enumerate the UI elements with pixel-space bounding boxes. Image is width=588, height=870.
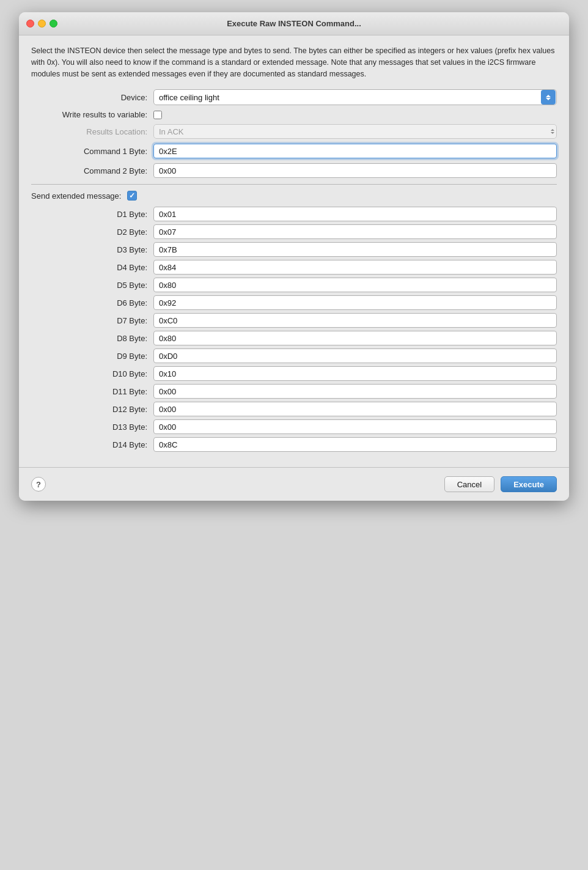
d9-byte-row: D9 Byte: bbox=[31, 348, 557, 363]
d13-byte-label: D13 Byte: bbox=[31, 422, 153, 432]
d8-byte-label: D8 Byte: bbox=[31, 334, 153, 343]
footer-buttons: Cancel Execute bbox=[444, 476, 557, 492]
device-row: Device: bbox=[31, 89, 557, 105]
results-location-label: Results Location: bbox=[31, 127, 153, 136]
d5-byte-row: D5 Byte: bbox=[31, 278, 557, 292]
d9-byte-label: D9 Byte: bbox=[31, 352, 153, 361]
write-results-checkbox[interactable] bbox=[153, 111, 162, 119]
d12-byte-label: D12 Byte: bbox=[31, 405, 153, 414]
d1-byte-input[interactable] bbox=[153, 207, 557, 221]
results-location-input[interactable] bbox=[153, 124, 557, 139]
help-button[interactable]: ? bbox=[31, 477, 46, 492]
main-window: Execute Raw INSTEON Command... Select th… bbox=[19, 12, 569, 501]
d14-byte-input[interactable] bbox=[153, 437, 557, 452]
d13-byte-input[interactable] bbox=[153, 419, 557, 434]
d6-byte-input[interactable] bbox=[153, 295, 557, 310]
titlebar: Execute Raw INSTEON Command... bbox=[19, 12, 569, 35]
description-text: Select the INSTEON device then select th… bbox=[31, 45, 557, 79]
d2-byte-input[interactable] bbox=[153, 224, 557, 239]
footer: ? Cancel Execute bbox=[19, 467, 569, 501]
execute-button[interactable]: Execute bbox=[501, 476, 557, 492]
chevron-up-icon bbox=[546, 95, 551, 97]
extended-label: Send extended message: bbox=[31, 191, 121, 201]
d10-byte-input[interactable] bbox=[153, 366, 557, 381]
send-extended-checkbox[interactable] bbox=[127, 191, 137, 201]
d9-byte-input[interactable] bbox=[153, 348, 557, 363]
write-results-label: Write results to variable: bbox=[31, 110, 153, 119]
d7-byte-input[interactable] bbox=[153, 313, 557, 328]
extended-section: Send extended message: D1 Byte:D2 Byte:D… bbox=[31, 191, 557, 452]
d5-byte-label: D5 Byte: bbox=[31, 281, 153, 290]
traffic-lights bbox=[26, 20, 57, 28]
d2-byte-label: D2 Byte: bbox=[31, 227, 153, 237]
d13-byte-row: D13 Byte: bbox=[31, 419, 557, 434]
content-area: Select the INSTEON device then select th… bbox=[19, 35, 569, 467]
device-chevron-button[interactable] bbox=[541, 90, 556, 105]
d8-byte-input[interactable] bbox=[153, 331, 557, 345]
d1-byte-label: D1 Byte: bbox=[31, 210, 153, 219]
write-results-checkbox-wrapper bbox=[153, 111, 162, 119]
d7-byte-row: D7 Byte: bbox=[31, 313, 557, 328]
d14-byte-row: D14 Byte: bbox=[31, 437, 557, 452]
d3-byte-row: D3 Byte: bbox=[31, 242, 557, 257]
write-results-row: Write results to variable: bbox=[31, 110, 557, 119]
d10-byte-row: D10 Byte: bbox=[31, 366, 557, 381]
d12-byte-row: D12 Byte: bbox=[31, 402, 557, 416]
d1-byte-row: D1 Byte: bbox=[31, 207, 557, 221]
d6-byte-label: D6 Byte: bbox=[31, 298, 153, 308]
d10-byte-label: D10 Byte: bbox=[31, 369, 153, 378]
help-icon: ? bbox=[36, 480, 41, 489]
results-location-row: Results Location: bbox=[31, 124, 557, 139]
d7-byte-label: D7 Byte: bbox=[31, 316, 153, 325]
maximize-button[interactable] bbox=[50, 20, 57, 28]
divider bbox=[31, 184, 557, 185]
command1-label: Command 1 Byte: bbox=[31, 147, 153, 156]
cancel-button[interactable]: Cancel bbox=[444, 476, 494, 492]
window-title: Execute Raw INSTEON Command... bbox=[227, 19, 361, 28]
command1-row: Command 1 Byte: bbox=[31, 144, 557, 158]
d8-byte-row: D8 Byte: bbox=[31, 331, 557, 345]
d-bytes-container: D1 Byte:D2 Byte:D3 Byte:D4 Byte:D5 Byte:… bbox=[31, 207, 557, 452]
extended-header: Send extended message: bbox=[31, 191, 557, 201]
d3-byte-input[interactable] bbox=[153, 242, 557, 257]
device-select-wrapper bbox=[153, 89, 557, 105]
minimize-button[interactable] bbox=[38, 20, 46, 28]
device-input[interactable] bbox=[153, 89, 557, 105]
command1-input[interactable] bbox=[153, 144, 557, 158]
d5-byte-input[interactable] bbox=[153, 278, 557, 292]
command2-label: Command 2 Byte: bbox=[31, 166, 153, 175]
d11-byte-label: D11 Byte: bbox=[31, 387, 153, 396]
d2-byte-row: D2 Byte: bbox=[31, 224, 557, 239]
device-label: Device: bbox=[31, 93, 153, 102]
close-button[interactable] bbox=[26, 20, 34, 28]
d11-byte-input[interactable] bbox=[153, 384, 557, 399]
chevron-down-icon bbox=[546, 98, 551, 100]
d6-byte-row: D6 Byte: bbox=[31, 295, 557, 310]
d14-byte-label: D14 Byte: bbox=[31, 440, 153, 449]
command2-input[interactable] bbox=[153, 163, 557, 178]
d12-byte-input[interactable] bbox=[153, 402, 557, 416]
d4-byte-row: D4 Byte: bbox=[31, 260, 557, 275]
d4-byte-label: D4 Byte: bbox=[31, 263, 153, 272]
command2-row: Command 2 Byte: bbox=[31, 163, 557, 178]
d3-byte-label: D3 Byte: bbox=[31, 245, 153, 254]
d4-byte-input[interactable] bbox=[153, 260, 557, 275]
results-location-wrapper bbox=[153, 124, 557, 139]
d11-byte-row: D11 Byte: bbox=[31, 384, 557, 399]
